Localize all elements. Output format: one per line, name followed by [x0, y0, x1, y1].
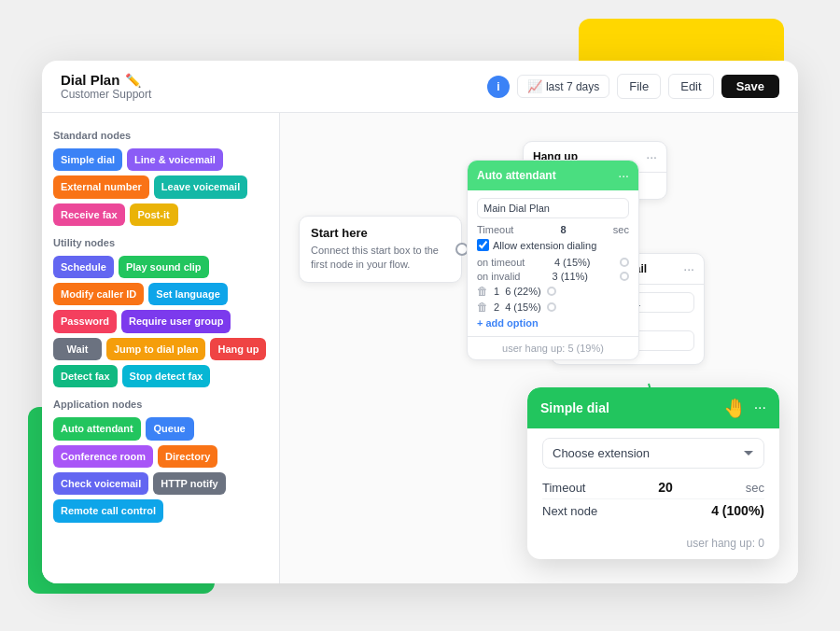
simple-dial-title: Simple dial	[540, 400, 609, 415]
file-button[interactable]: File	[617, 74, 661, 99]
on-invalid-val: 3 (11%)	[552, 271, 588, 282]
aa-timeout-label: Timeout	[477, 224, 513, 235]
on-invalid-label: on invalid	[477, 271, 520, 282]
node-leave-voicemail[interactable]: Leave voicemail	[154, 175, 247, 198]
hang-up-menu-dots[interactable]: ···	[646, 149, 657, 164]
start-here-description: Connect this start box to the first node…	[311, 244, 450, 273]
on-invalid-dot	[620, 272, 629, 281]
node-jump-dial-plan[interactable]: Jump to dial plan	[106, 338, 205, 360]
auto-att-title: Auto attendant	[477, 169, 556, 182]
standard-nodes-title: Standard nodes	[53, 130, 268, 141]
sd-next-node-label: Next node	[542, 504, 597, 518]
node-stop-detect-fax[interactable]: Stop detect fax	[122, 365, 211, 387]
option1-num: 1	[494, 286, 499, 297]
node-schedule[interactable]: Schedule	[53, 256, 114, 278]
aa-add-option[interactable]: + add option	[477, 317, 629, 329]
sd-timeout-label: Timeout	[542, 481, 585, 495]
auto-att-body: Main Dial Plan Timeout 8 sec Allow exten…	[468, 190, 638, 336]
node-hang-up-utility[interactable]: Hang up	[210, 338, 266, 360]
option1-val: 6 (22%)	[505, 286, 541, 297]
allow-extension-checkbox[interactable]	[477, 239, 489, 251]
node-modify-caller[interactable]: Modify caller ID	[53, 283, 144, 305]
choose-extension-select[interactable]: Choose extension	[542, 438, 764, 469]
main-card: Dial Plan ✏️ Customer Support i 📈 last 7…	[42, 61, 798, 583]
option1-trash-icon[interactable]: 🗑	[477, 285, 488, 298]
edit-pencil-icon[interactable]: ✏️	[125, 73, 141, 88]
auto-att-menu-dots[interactable]: ···	[618, 168, 629, 183]
save-button[interactable]: Save	[721, 75, 779, 98]
aa-option2-row: 🗑 2 4 (15%)	[477, 301, 629, 314]
on-timeout-label: on timeout	[477, 257, 525, 268]
simple-dial-card: Simple dial 🤚 ··· Choose extension Timeo…	[527, 387, 779, 559]
node-set-language[interactable]: Set language	[148, 283, 227, 305]
aa-timeout-row: Timeout 8 sec	[477, 224, 629, 235]
node-receive-fax[interactable]: Receive fax	[53, 203, 125, 226]
aa-option1-row: 🗑 1 6 (22%)	[477, 285, 629, 298]
allow-extension-label: Allow extension dialing	[493, 240, 596, 251]
aa-timeout-value: 8	[561, 224, 567, 235]
node-external-number[interactable]: External number	[53, 175, 149, 198]
auto-attendant-node: Auto attendant ··· Main Dial Plan Timeou…	[467, 160, 639, 360]
simple-dial-icons: 🤚 ···	[723, 397, 766, 419]
sd-timeout-unit: sec	[746, 481, 764, 495]
simple-dial-header: Simple dial 🤚 ···	[527, 387, 779, 428]
aa-timeout-unit: sec	[613, 224, 629, 235]
aa-on-timeout-row: on timeout 4 (15%)	[477, 257, 629, 268]
on-timeout-val: 4 (15%)	[554, 257, 591, 268]
dial-plan-title: Dial Plan	[61, 72, 119, 88]
node-queue[interactable]: Queue	[146, 417, 194, 440]
last-days-button[interactable]: 📈 last 7 days	[517, 75, 609, 98]
start-here-title: Start here	[311, 226, 450, 240]
node-conference-room[interactable]: Conference room	[53, 445, 153, 468]
node-check-voicemail[interactable]: Check voicemail	[53, 472, 148, 495]
header-right: i 📈 last 7 days File Edit Save	[487, 74, 779, 99]
aa-footer: user hang up: 5 (19%)	[468, 336, 638, 359]
aa-on-invalid-row: on invalid 3 (11%)	[477, 271, 629, 282]
node-play-sound[interactable]: Play sound clip	[119, 256, 209, 278]
info-button[interactable]: i	[487, 76, 510, 98]
utility-nodes-grid: Schedule Play sound clip Modify caller I…	[53, 256, 268, 387]
on-timeout-dot	[620, 258, 629, 267]
leave-vm-menu-dots[interactable]: ···	[683, 261, 694, 276]
node-remote-call-control[interactable]: Remote call control	[53, 499, 163, 522]
node-auto-attendant[interactable]: Auto attendant	[53, 417, 141, 440]
flow-area: Start here Connect this start box to the…	[280, 113, 798, 583]
node-simple-dial[interactable]: Simple dial	[53, 148, 122, 171]
option2-val: 4 (15%)	[505, 301, 541, 313]
option2-dot	[547, 302, 556, 312]
sd-timeout-value: 20	[658, 480, 673, 495]
node-password[interactable]: Password	[53, 310, 117, 332]
option1-dot	[547, 287, 556, 296]
option2-trash-icon[interactable]: 🗑	[477, 301, 488, 314]
simple-dial-body: Choose extension Timeout 20 sec Next nod…	[527, 428, 779, 531]
left-panel: Standard nodes Simple dial Line & voicem…	[42, 113, 280, 583]
start-here-box: Start here Connect this start box to the…	[299, 216, 462, 283]
utility-nodes-title: Utility nodes	[53, 237, 268, 248]
option2-num: 2	[494, 301, 499, 313]
sd-next-node-row: Next node 4 (100%)	[542, 499, 764, 522]
node-directory[interactable]: Directory	[158, 445, 217, 468]
drag-hand-icon[interactable]: 🤚	[723, 397, 747, 419]
trend-icon: 📈	[527, 79, 542, 93]
simple-dial-menu-dots[interactable]: ···	[754, 400, 766, 416]
header: Dial Plan ✏️ Customer Support i 📈 last 7…	[42, 61, 798, 113]
simple-dial-footer: user hang up: 0	[527, 531, 779, 559]
auto-att-header: Auto attendant ···	[468, 161, 638, 190]
auto-att-plan-select[interactable]: Main Dial Plan	[477, 198, 629, 218]
node-require-user-group[interactable]: Require user group	[121, 310, 231, 332]
header-left: Dial Plan ✏️ Customer Support	[61, 72, 478, 101]
edit-button[interactable]: Edit	[668, 74, 713, 99]
node-wait[interactable]: Wait	[53, 338, 102, 360]
node-post-it[interactable]: Post-it	[130, 203, 178, 226]
application-nodes-title: Application nodes	[53, 399, 268, 410]
header-title-area: Dial Plan ✏️	[61, 72, 478, 88]
application-nodes-grid: Auto attendant Queue Conference room Dir…	[53, 417, 268, 522]
content-area: Standard nodes Simple dial Line & voicem…	[42, 113, 798, 583]
sd-timeout-row: Timeout 20 sec	[542, 476, 764, 499]
node-line-voicemail[interactable]: Line & voicemail	[127, 148, 223, 171]
node-detect-fax[interactable]: Detect fax	[53, 365, 118, 387]
header-subtitle: Customer Support	[61, 88, 478, 101]
aa-allow-extension: Allow extension dialing	[477, 239, 629, 251]
sd-next-node-value: 4 (100%)	[711, 503, 764, 518]
node-http-notify[interactable]: HTTP notify	[153, 472, 226, 495]
